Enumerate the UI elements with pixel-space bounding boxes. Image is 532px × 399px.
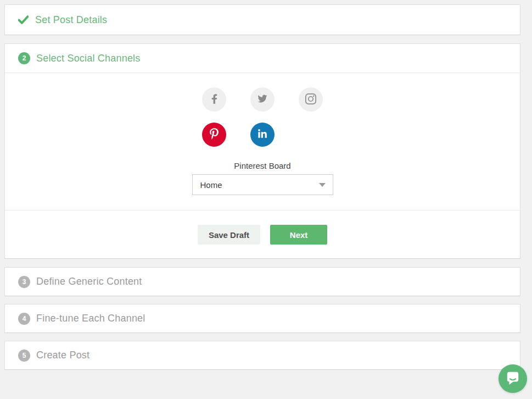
check-icon: [18, 15, 29, 25]
save-draft-button[interactable]: Save Draft: [198, 225, 260, 245]
pinterest-icon: [210, 128, 219, 141]
step-panel-fine-tune-each-channel: 4 Fine-tune Each Channel: [4, 304, 520, 333]
channel-selection-body: Pinterest Board Home: [5, 73, 520, 210]
step-title-fine-tune-each-channel: Fine-tune Each Channel: [36, 313, 145, 324]
linkedin-icon: [257, 129, 267, 141]
step-header-define-generic-content[interactable]: 3 Define Generic Content: [5, 268, 520, 296]
step-panel-set-post-details: Set Post Details: [4, 4, 520, 35]
step-number-badge: 4: [18, 313, 30, 325]
channel-linkedin-button[interactable]: [250, 123, 275, 147]
step-header-select-social-channels[interactable]: 2 Select Social Channels: [5, 44, 520, 73]
next-button[interactable]: Next: [270, 225, 327, 245]
step-header-set-post-details[interactable]: Set Post Details: [5, 5, 520, 35]
step-number-badge: 5: [18, 350, 30, 362]
step-title-select-social-channels: Select Social Channels: [36, 53, 141, 64]
pinterest-board-label: Pinterest Board: [5, 161, 520, 170]
messenger-bubble-icon: [506, 370, 520, 387]
channel-facebook-button[interactable]: [202, 87, 226, 112]
facebook-icon: [211, 93, 217, 106]
step-title-set-post-details: Set Post Details: [35, 14, 107, 26]
step-number-badge: 3: [18, 276, 30, 288]
step-footer: Save Draft Next: [5, 210, 520, 258]
step-title-define-generic-content: Define Generic Content: [36, 276, 142, 287]
twitter-icon: [257, 94, 268, 105]
post-wizard: Set Post Details 2 Select Social Channel…: [4, 4, 520, 378]
step-title-create-post: Create Post: [36, 350, 89, 361]
step-header-create-post[interactable]: 5 Create Post: [5, 341, 520, 369]
instagram-icon: [305, 93, 317, 107]
step-number-badge: 2: [18, 52, 30, 64]
channel-instagram-button[interactable]: [299, 87, 323, 112]
pinterest-board-select-wrap: Home: [192, 174, 333, 195]
step-panel-define-generic-content: 3 Define Generic Content: [4, 267, 520, 296]
channel-twitter-button[interactable]: [250, 87, 275, 112]
channel-grid: [202, 87, 323, 147]
step-header-fine-tune-each-channel[interactable]: 4 Fine-tune Each Channel: [5, 304, 520, 332]
step-panel-create-post: 5 Create Post: [4, 341, 520, 370]
chat-launcher-button[interactable]: [499, 364, 527, 393]
step-panel-select-social-channels: 2 Select Social Channels: [4, 43, 520, 259]
channel-pinterest-button[interactable]: [202, 123, 226, 147]
pinterest-board-select[interactable]: Home: [192, 174, 333, 195]
